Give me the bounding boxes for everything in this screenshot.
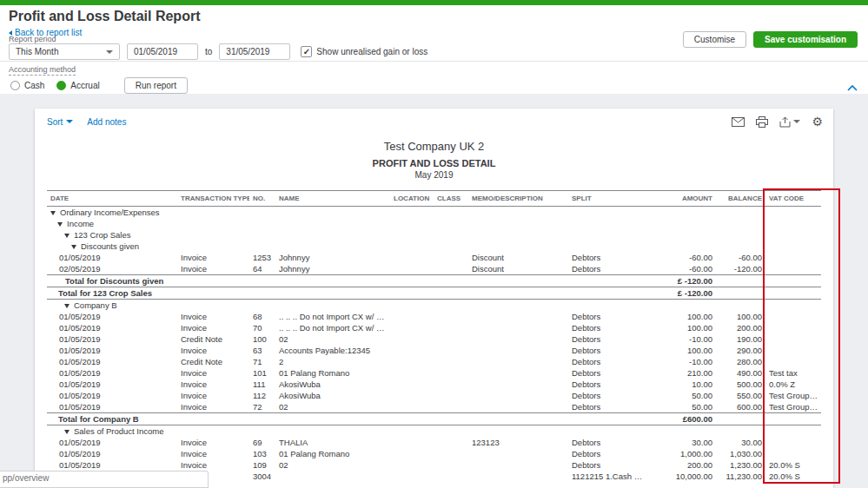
cell-memo <box>468 333 568 345</box>
total-label: Total for Company B <box>47 413 648 425</box>
table-row[interactable]: 01/05/2019Invoice10101 Palang RomanoDebt… <box>47 367 821 379</box>
cell-txn: Invoice <box>177 437 249 448</box>
browser-status-bar: pp/overview <box>0 471 209 488</box>
cell-location <box>390 379 434 390</box>
cell-balance: 280.00 <box>716 356 765 367</box>
column-header-name: NAME <box>275 191 390 207</box>
save-customisation-button[interactable]: Save customisation <box>753 31 858 48</box>
print-icon[interactable] <box>756 116 768 128</box>
cell-name: THALIA <box>275 437 390 448</box>
table-row[interactable]: 01/05/2019Invoice111AkosiWubaDebtors10.0… <box>47 379 821 390</box>
table-row[interactable]: 01/05/2019Invoice1253JohnnyyDiscountDebt… <box>47 252 821 263</box>
report-table-body: Ordinary Income/ExpensesIncome123 Crop S… <box>47 207 821 483</box>
accounting-method-label: Accounting method <box>9 65 76 74</box>
cell-cls <box>434 252 468 263</box>
table-row[interactable]: 01/05/2019Invoice7202Debtors50.00600.00T… <box>47 401 821 413</box>
cell-txn: Invoice <box>177 322 249 333</box>
table-row[interactable]: 01/05/2019Invoice69THALIA123123Debtors30… <box>47 437 821 448</box>
column-header-no-: NO. <box>249 191 275 207</box>
report-period: May 2019 <box>35 170 833 180</box>
cell-name: Johnnyy <box>275 252 390 263</box>
cell-cls <box>434 471 468 482</box>
column-header-vat-code: VAT CODE <box>765 191 821 207</box>
table-row[interactable]: 01/05/2019Invoice10902Debtors200.001,230… <box>47 459 821 471</box>
cell-date: 01/05/2019 <box>47 322 177 333</box>
add-notes-link[interactable]: Add notes <box>87 117 126 127</box>
cell-amount: 100.00 <box>648 311 716 322</box>
table-row[interactable]: 02/05/2019Invoice64JohnnyyDiscountDebtor… <box>47 263 821 275</box>
cell-name: AkosiWuba <box>275 390 390 401</box>
cell-name: 02 <box>275 459 390 471</box>
table-row[interactable]: 01/05/2019Invoice68.. .. .. Do not Impor… <box>47 311 821 322</box>
cell-balance: 550.00 <box>716 390 765 401</box>
start-date-input[interactable]: 01/05/2019 <box>127 43 198 60</box>
table-row[interactable]: 01/05/2019Invoice63Accounts Payable:1234… <box>47 345 821 356</box>
show-unrealised-checkbox[interactable]: ✓ <box>301 46 312 57</box>
collapse-triangle-icon[interactable] <box>64 430 70 434</box>
cell-split: Debtors <box>568 379 648 390</box>
cell-balance: 490.00 <box>716 367 765 379</box>
cell-location <box>390 367 434 379</box>
run-report-button[interactable]: Run report <box>124 77 188 94</box>
section-row: Income <box>47 218 821 229</box>
collapse-triangle-icon[interactable] <box>57 222 63 227</box>
cell-location <box>390 263 434 275</box>
report-toolbar: Sort Add notes ⚙ <box>47 115 823 128</box>
cell-memo <box>468 311 568 322</box>
cell-vat-code <box>765 275 821 287</box>
cell-balance: 290.00 <box>716 345 765 356</box>
cell-location <box>390 311 434 322</box>
report-header: Profit and Loss Detail Report Back to re… <box>0 5 868 94</box>
collapse-triangle-icon[interactable] <box>64 234 70 238</box>
collapse-triangle-icon[interactable] <box>71 245 76 249</box>
cell-cls <box>434 333 468 345</box>
cell-date: 01/05/2019 <box>47 333 177 345</box>
cell-memo <box>468 459 568 471</box>
cell-balance: -120.00 <box>716 263 765 275</box>
total-row: Total for Company B£600.00 <box>47 413 821 425</box>
cell-no: 1253 <box>249 252 275 263</box>
cash-radio[interactable] <box>10 81 20 90</box>
report-period-value: This Month <box>16 47 58 56</box>
report-period-select[interactable]: This Month <box>9 43 120 60</box>
cell-no: 63 <box>249 345 275 356</box>
cell-split: Debtors <box>568 459 648 471</box>
cell-split: Debtors <box>568 311 648 322</box>
cell-split: Debtors <box>568 390 648 401</box>
customise-button[interactable]: Customise <box>683 31 746 48</box>
table-row[interactable]: 01/05/2019Invoice70.. .. .. Do not Impor… <box>47 322 821 333</box>
section-label: 123 Crop Sales <box>74 230 130 240</box>
table-row[interactable]: 01/05/2019Credit Note712Debtors-10.00280… <box>47 356 821 367</box>
cell-balance: 100.00 <box>716 311 765 322</box>
cell-vat: 20.0% S <box>765 459 821 471</box>
cell-memo <box>468 448 568 459</box>
gear-icon[interactable]: ⚙ <box>812 115 823 128</box>
table-row[interactable]: 01/05/2019Invoice112AkosiWubaDebtors50.0… <box>47 390 821 401</box>
sort-dropdown[interactable]: Sort <box>47 117 73 127</box>
export-icon[interactable] <box>779 116 800 128</box>
cell-txn: Invoice <box>177 252 249 263</box>
cell-cls <box>434 263 468 275</box>
cell-balance: 30.00 <box>716 437 765 448</box>
cell-cls <box>434 437 468 448</box>
accrual-radio[interactable] <box>56 81 66 90</box>
cell-no: 64 <box>249 263 275 275</box>
collapse-triangle-icon[interactable] <box>50 211 56 215</box>
cell-no: 103 <box>249 448 275 459</box>
table-row[interactable]: 01/05/2019Invoice10301 Palang RomanoDebt… <box>47 448 821 459</box>
collapse-triangle-icon[interactable] <box>64 304 70 308</box>
total-label: Total for 123 Crop Sales <box>47 287 648 300</box>
collapse-header-chevron-icon[interactable] <box>847 85 858 91</box>
cell-location <box>390 448 434 459</box>
end-date-input[interactable]: 31/05/2019 <box>219 43 290 60</box>
email-icon[interactable] <box>732 117 745 127</box>
cell-date: 01/05/2019 <box>47 401 177 413</box>
section-label: Company B <box>74 300 117 310</box>
cell-no: 70 <box>249 322 275 333</box>
cell-cls <box>434 459 468 471</box>
table-row[interactable]: 01/05/2019Credit Note10002Debtors-10.001… <box>47 333 821 345</box>
accounting-method-options: Cash Accrual Run report <box>10 77 188 94</box>
cell-location <box>390 437 434 448</box>
cell-date: 01/05/2019 <box>47 356 177 367</box>
header-buttons: Customise Save customisation <box>683 31 858 48</box>
